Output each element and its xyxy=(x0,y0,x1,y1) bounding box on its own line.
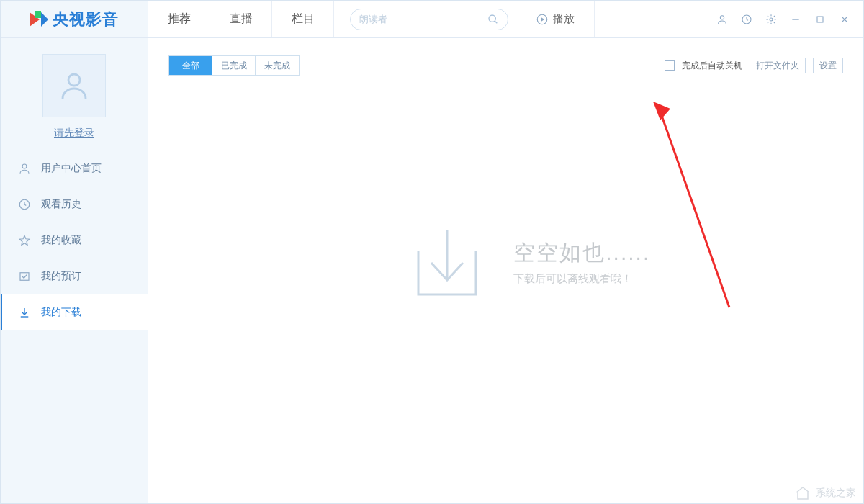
empty-title: 空空如也...... xyxy=(513,238,650,268)
empty-state: 空空如也...... 下载后可以离线观看哦！ xyxy=(404,222,650,302)
toolbar-right: 完成后自动关机 打开文件夹 设置 xyxy=(665,58,843,73)
check-icon xyxy=(18,270,31,283)
profile-block: 请先登录 xyxy=(1,38,148,150)
watermark-text: 系统之家 xyxy=(816,487,856,500)
sidebar-item-reservations[interactable]: 我的预订 xyxy=(1,258,148,294)
main-content: 全部 已完成 未完成 完成后自动关机 打开文件夹 设置 空空如也...... 下… xyxy=(148,38,863,504)
sidebar-item-user-center[interactable]: 用户中心首页 xyxy=(1,150,148,186)
nav-tab-columns[interactable]: 栏目 xyxy=(272,1,334,37)
segment-incomplete[interactable]: 未完成 xyxy=(256,56,299,75)
house-icon xyxy=(794,485,811,502)
sidebar-item-label: 我的下载 xyxy=(41,306,81,319)
sidebar-item-history[interactable]: 观看历史 xyxy=(1,186,148,222)
sidebar: 请先登录 用户中心首页 观看历史 我的收藏 我的预订 我的下载 xyxy=(1,38,148,504)
download-icon xyxy=(18,306,31,319)
search-input[interactable] xyxy=(359,14,487,24)
download-empty-icon xyxy=(404,222,490,302)
segment-group: 全部 已完成 未完成 xyxy=(168,55,300,76)
logo-icon xyxy=(30,11,48,28)
app-title: 央视影音 xyxy=(53,9,119,30)
svg-marker-14 xyxy=(19,235,30,245)
nav-tab-live[interactable]: 直播 xyxy=(210,1,272,37)
svg-point-11 xyxy=(68,74,80,86)
segment-all[interactable]: 全部 xyxy=(169,56,212,75)
message-icon[interactable] xyxy=(741,14,752,25)
sidebar-item-label: 观看历史 xyxy=(41,198,81,211)
close-button[interactable] xyxy=(839,14,850,25)
sidebar-item-label: 用户中心首页 xyxy=(41,162,102,175)
play-icon xyxy=(536,13,549,26)
star-icon xyxy=(18,234,31,247)
svg-line-1 xyxy=(495,21,497,23)
svg-rect-8 xyxy=(817,17,823,22)
svg-line-19 xyxy=(660,112,729,307)
sidebar-item-label: 我的收藏 xyxy=(41,234,81,247)
empty-text: 空空如也...... 下载后可以离线观看哦！ xyxy=(513,238,650,286)
user-icon xyxy=(18,162,31,175)
empty-subtitle: 下载后可以离线观看哦！ xyxy=(513,272,650,286)
search-box[interactable] xyxy=(350,9,508,30)
annotation-arrow-icon xyxy=(650,99,737,315)
svg-point-4 xyxy=(720,15,724,19)
app-logo: 央视影音 xyxy=(1,1,148,37)
segment-completed[interactable]: 已完成 xyxy=(212,56,256,75)
sidebar-item-downloads[interactable]: 我的下载 xyxy=(1,294,148,330)
watermark: 系统之家 xyxy=(794,485,856,502)
history-icon xyxy=(18,198,31,211)
shutdown-checkbox[interactable] xyxy=(665,60,675,71)
sidebar-item-label: 我的预订 xyxy=(41,270,81,283)
svg-point-0 xyxy=(489,15,495,22)
play-label: 播放 xyxy=(553,12,575,26)
svg-point-12 xyxy=(22,164,27,168)
minimize-button[interactable] xyxy=(790,14,801,25)
settings-button[interactable]: 设置 xyxy=(813,58,843,73)
svg-rect-15 xyxy=(20,272,29,280)
search-container xyxy=(334,1,516,37)
search-icon[interactable] xyxy=(487,14,499,25)
nav-tab-recommend[interactable]: 推荐 xyxy=(148,1,210,37)
window-controls xyxy=(695,1,863,37)
maximize-button[interactable] xyxy=(814,14,826,25)
top-bar: 央视影音 推荐 直播 栏目 播放 xyxy=(1,1,863,38)
avatar-placeholder[interactable] xyxy=(42,54,106,117)
login-link[interactable]: 请先登录 xyxy=(54,127,94,138)
svg-point-6 xyxy=(770,18,773,21)
avatar-icon xyxy=(57,68,91,103)
nav-tabs: 推荐 直播 栏目 xyxy=(148,1,334,37)
svg-marker-3 xyxy=(541,17,545,22)
download-toolbar: 全部 已完成 未完成 完成后自动关机 打开文件夹 设置 xyxy=(148,38,863,76)
sidebar-item-favorites[interactable]: 我的收藏 xyxy=(1,222,148,258)
settings-icon[interactable] xyxy=(765,14,777,25)
play-button[interactable]: 播放 xyxy=(516,1,595,37)
open-folder-button[interactable]: 打开文件夹 xyxy=(750,58,806,73)
svg-marker-20 xyxy=(653,102,670,120)
user-icon[interactable] xyxy=(716,14,728,25)
shutdown-label: 完成后自动关机 xyxy=(682,60,742,72)
body: 请先登录 用户中心首页 观看历史 我的收藏 我的预订 我的下载 全部 已完成 xyxy=(1,38,863,504)
